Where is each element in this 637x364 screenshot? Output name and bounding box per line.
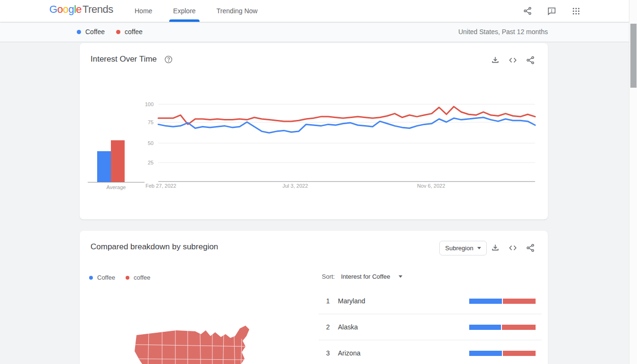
region-name: Alaska (338, 323, 358, 331)
legend-coffee-capitalized: Coffee (89, 274, 115, 281)
interest-over-time-card: Interest Over Time (80, 43, 548, 219)
y-tick-25: 25 (135, 160, 154, 165)
scrollbar-thumb[interactable] (630, 24, 637, 88)
feedback-icon[interactable] (546, 6, 557, 16)
region-name: Arizona (338, 349, 360, 357)
term-chip-coffee-capitalized[interactable]: Coffee (77, 28, 105, 36)
chevron-down-icon (477, 247, 481, 249)
top-header: GoogleTrends Home Explore Trending Now (0, 0, 637, 22)
us-choropleth-map[interactable] (124, 312, 262, 364)
bar-segment-coffee-capitalized (469, 351, 502, 356)
y-tick-75: 75 (135, 119, 154, 125)
comparison-bar (469, 351, 536, 356)
rank-number: 3 (326, 349, 330, 357)
legend-label: Coffee (97, 274, 115, 281)
download-icon[interactable] (490, 243, 500, 253)
x-tick-feb: Feb 27, 2022 (146, 183, 176, 189)
rank-number: 2 (326, 323, 330, 331)
card-title-interest-over-time: Interest Over Time (91, 55, 157, 64)
bar-segment-coffee-capitalized (469, 299, 502, 304)
subregion-row-alaska[interactable]: 2 Alaska (318, 314, 542, 340)
embed-icon[interactable] (508, 243, 518, 253)
subregion-dropdown-label: Subregion (445, 245, 473, 252)
average-label: Average (88, 184, 145, 190)
timeseries-plot[interactable] (157, 101, 537, 191)
rank-number: 1 (326, 297, 330, 305)
term-chip-coffee-lowercase[interactable]: coffee (116, 28, 143, 36)
series-color-dot (89, 276, 93, 280)
share-icon[interactable] (522, 6, 533, 16)
term-label: Coffee (85, 28, 105, 36)
average-bar-coffee-capitalized (97, 151, 111, 182)
logo-trends-label: Trends (82, 3, 113, 15)
apps-grid-icon[interactable] (571, 6, 581, 16)
bar-segment-coffee-lowercase (503, 299, 536, 304)
subregion-row-arizona[interactable]: 3 Arizona (318, 340, 542, 364)
average-axis-line (88, 182, 145, 182)
subregion-dropdown[interactable]: Subregion (439, 241, 487, 255)
legend-label: coffee (134, 274, 150, 281)
nav-home[interactable]: Home (124, 0, 163, 22)
y-tick-100: 100 (135, 101, 154, 107)
share-icon[interactable] (525, 55, 536, 65)
share-icon[interactable] (525, 243, 536, 253)
card-title-breakdown: Compared breakdown by subregion (91, 242, 218, 252)
comparison-filter-bar: Coffee coffee United States, Past 12 mon… (0, 22, 637, 42)
help-icon[interactable] (164, 55, 173, 66)
sort-value: Interest for Coffee (341, 273, 390, 280)
active-tab-underline (169, 19, 199, 22)
download-icon[interactable] (490, 55, 500, 65)
sort-selector[interactable]: Sort: Interest for Coffee (322, 273, 402, 280)
series-color-dot (116, 30, 120, 34)
x-tick-jul: Jul 3, 2022 (282, 183, 308, 189)
comparison-bar (469, 299, 536, 304)
region-name: Maryland (338, 297, 365, 305)
embed-icon[interactable] (508, 55, 518, 65)
nav-home-label: Home (135, 7, 152, 15)
nav-trending-label: Trending Now (217, 7, 258, 15)
y-tick-50: 50 (135, 140, 154, 146)
line-coffee-lowercase (158, 107, 535, 125)
comparison-bar (469, 325, 536, 330)
nav-trending-now[interactable]: Trending Now (206, 0, 268, 22)
subregion-row-maryland[interactable]: 1 Maryland (318, 288, 542, 314)
average-bar-coffee-lowercase (111, 140, 125, 182)
bar-segment-coffee-lowercase (503, 351, 536, 356)
term-label: coffee (125, 28, 143, 36)
logo-google-wordmark: Google (49, 3, 82, 15)
geo-time-scope-label: United States, Past 12 months (458, 22, 548, 42)
bar-segment-coffee-lowercase (502, 325, 536, 330)
bar-segment-coffee-capitalized (469, 325, 501, 330)
google-trends-logo[interactable]: GoogleTrends (49, 3, 113, 16)
series-color-dot (126, 276, 129, 280)
nav-explore-label: Explore (173, 7, 195, 15)
chevron-down-icon (399, 275, 402, 278)
breakdown-by-subregion-card: Compared breakdown by subregion Subregio… (80, 231, 548, 364)
main-nav: Home Explore Trending Now (124, 0, 268, 22)
sort-label: Sort: (322, 273, 335, 280)
nav-explore[interactable]: Explore (163, 0, 206, 22)
legend-coffee-lowercase: coffee (126, 274, 150, 281)
map-legend: Coffee coffee (89, 274, 150, 281)
series-color-dot (77, 30, 81, 34)
x-tick-nov: Nov 6, 2022 (417, 183, 445, 189)
vertical-scrollbar[interactable] (629, 0, 637, 364)
